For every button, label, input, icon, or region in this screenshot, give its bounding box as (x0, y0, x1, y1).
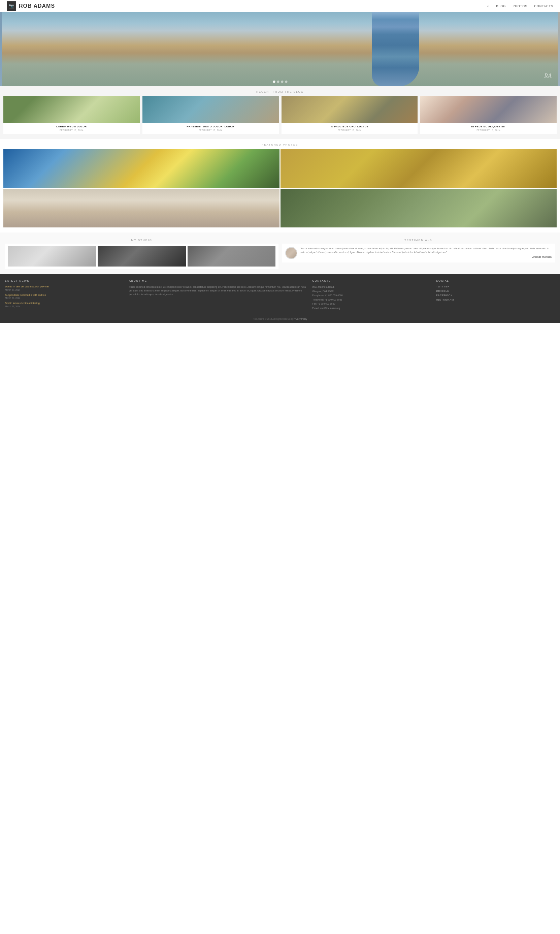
nav-blog[interactable]: BLOG (496, 5, 506, 8)
footer-news-title: LATEST NEWS (5, 279, 124, 282)
site-title: ROB ADAMS (19, 3, 55, 9)
footer-news-link-2[interactable]: Suspendisse sollicitudin velit sed leo (5, 293, 124, 297)
testimonial-quote: "Fusce euismod consequat ante. Lorem ips… (300, 247, 552, 254)
photo-cell-3[interactable] (3, 189, 280, 227)
photo-image-2 (280, 149, 557, 188)
studio-section: MY STUDIO (5, 236, 278, 269)
testimonials-box: "Fusce euismod consequat ante. Lorem ips… (282, 244, 555, 262)
footer-fax-value: +1 800 603 6580 (317, 302, 335, 305)
studio-testimonials-section: MY STUDIO TESTIMONIALS "Fusce euismod co… (0, 233, 560, 274)
footer-address: 8901 Marmora Road, (312, 285, 431, 290)
camera-icon: 📷 (9, 3, 14, 8)
footer-freephone-value: +1 800 559 6580 (325, 294, 343, 296)
photo-cell-1[interactable] (3, 149, 280, 188)
photo-image-3 (3, 189, 280, 227)
footer-news-item-2: Suspendisse sollicitudin velit sed leo M… (5, 293, 124, 299)
footer-news-link-3[interactable]: Sed in lacus ut enim adipiscing (5, 302, 124, 305)
footer-copyright: Rob Adams © 2014 All Rights Reserved (253, 318, 292, 320)
blog-section: RECENT FROM THE BLOG LOREM IPSUM DOLOR F… (0, 86, 560, 139)
blog-card-date-3: FEBRUARY 18, 2014 (284, 129, 415, 131)
footer-social-twitter[interactable]: TWITTER (436, 285, 555, 288)
footer-freephone-label: Freephone: (312, 294, 324, 296)
footer-social-instagram[interactable]: INSTAGRAM (436, 298, 555, 301)
blog-card-date-1: FEBRUARY 18, 2014 (6, 129, 137, 131)
logo[interactable]: 📷 ROB ADAMS (7, 2, 55, 11)
blog-card-4[interactable]: IN PEDE MI, ALIQUET SIT FEBRUARY 18, 201… (420, 96, 557, 134)
slider-dot-3[interactable] (281, 80, 283, 83)
blog-card-title-3: IN FAUCIBUS ORCI LUCTUS (284, 125, 415, 128)
footer-telephone: Telephone: +1 800 603 6035 (312, 298, 431, 302)
footer-bottom: Rob Adams © 2014 All Rights Reserved | P… (5, 315, 555, 320)
hero-slider: RA (0, 12, 560, 86)
testimonials-label: TESTIMONIALS (282, 236, 555, 244)
studio-thumb-3[interactable] (188, 246, 276, 267)
footer-social-facebook[interactable]: FACEBOOK (436, 294, 555, 297)
footer-privacy-link[interactable]: Privacy Policy (293, 318, 307, 320)
footer-email-value: mail@demoink.org (320, 307, 340, 309)
footer-social-title: SOCIAL (436, 279, 555, 282)
footer-about-title: ABOUT ME (129, 279, 307, 282)
footer-email: E-mail: mail@demoink.org (312, 306, 431, 311)
nav-contacts[interactable]: CONTACTS (534, 5, 553, 8)
blog-card-image-1 (3, 96, 140, 123)
home-icon: ⌂ (487, 5, 489, 8)
footer-latest-news: LATEST NEWS Donec in velit vel ipsum auc… (5, 279, 124, 311)
studio-image-2 (98, 246, 186, 267)
footer-city: Glasgow, D04 89GR (312, 290, 431, 294)
blog-card-date-2: FEBRUARY 18, 2014 (145, 129, 276, 131)
studio-image-1 (8, 246, 96, 267)
footer-about: ABOUT ME Fusce euismod consequat ante. L… (129, 279, 307, 311)
nav-photos[interactable]: PHOTOS (512, 5, 527, 8)
studio-thumb-1[interactable] (8, 246, 96, 267)
blog-section-label: RECENT FROM THE BLOG (2, 86, 558, 96)
studio-thumb-2[interactable] (98, 246, 186, 267)
testimonial-avatar-image (286, 248, 297, 259)
footer-contacts-title: CONTACTS (312, 279, 431, 282)
footer-email-label: E-mail: (312, 307, 320, 309)
blog-card-body-3: IN FAUCIBUS ORCI LUCTUS FEBRUARY 18, 201… (282, 123, 418, 134)
footer-social: SOCIAL TWITTER DRIBBLE FACEBOOK INSTAGRA… (436, 279, 555, 311)
footer-news-date-1: March 27, 2014 (5, 289, 124, 291)
footer-social-dribble[interactable]: DRIBBLE (436, 290, 555, 293)
main-nav: ⌂ BLOG PHOTOS CONTACTS (487, 5, 553, 8)
photo-image-1 (3, 149, 280, 188)
footer-grid: LATEST NEWS Donec in velit vel ipsum auc… (5, 279, 555, 311)
slider-dot-4[interactable] (285, 80, 287, 83)
slider-dot-2[interactable] (277, 80, 279, 83)
footer-news-item-1: Donec in velit vel ipsum auctor pulvinar… (5, 285, 124, 291)
footer-telephone-label: Telephone: (312, 299, 324, 301)
footer-news-item-3: Sed in lacus ut enim adipiscing March 27… (5, 302, 124, 308)
blog-card-image-2 (142, 96, 279, 123)
blog-card-1[interactable]: LOREM IPSUM DOLOR FEBRUARY 18, 2014 (3, 96, 140, 134)
blog-card-date-4: FEBRUARY 18, 2014 (423, 129, 554, 131)
site-header: 📷 ROB ADAMS ⌂ BLOG PHOTOS CONTACTS (0, 0, 560, 12)
footer-telephone-value: +1 800 603 6035 (324, 299, 342, 301)
photo-cell-2[interactable] (280, 149, 557, 188)
hero-person (372, 12, 419, 86)
photo-cell-4[interactable] (280, 189, 557, 227)
nav-home[interactable]: ⌂ (487, 5, 489, 8)
footer-freephone: Freephone: +1 800 559 6580 (312, 293, 431, 298)
blog-card-2[interactable]: PRAESENT JUSTO DOLOR, LOBOR FEBRUARY 18,… (142, 96, 279, 134)
slider-dots[interactable] (273, 80, 287, 83)
blog-card-3[interactable]: IN FAUCIBUS ORCI LUCTUS FEBRUARY 18, 201… (282, 96, 418, 134)
photos-section-label: FEATURED PHOTOS (2, 139, 558, 149)
photos-grid (2, 149, 558, 227)
photos-section: FEATURED PHOTOS (0, 139, 560, 233)
testimonials-section: TESTIMONIALS "Fusce euismod consequat an… (282, 236, 555, 269)
footer-news-date-2: March 27, 2014 (5, 297, 124, 299)
testimonial-author: Amanda Thomson (300, 256, 552, 258)
hero-watermark: RA (544, 72, 552, 80)
footer-about-text: Fusce euismod consequat ante. Lorem ipsu… (129, 285, 307, 296)
footer-fax: Fax: +1 800 603 6580 (312, 302, 431, 306)
blog-card-image-4 (420, 96, 557, 123)
blog-grid: LOREM IPSUM DOLOR FEBRUARY 18, 2014 PRAE… (2, 96, 558, 134)
blog-card-body-4: IN PEDE MI, ALIQUET SIT FEBRUARY 18, 201… (420, 123, 557, 134)
site-footer: LATEST NEWS Donec in velit vel ipsum auc… (0, 274, 560, 323)
testimonial-content: "Fusce euismod consequat ante. Lorem ips… (300, 247, 552, 259)
slider-dot-1[interactable] (273, 80, 275, 83)
footer-news-link-1[interactable]: Donec in velit vel ipsum auctor pulvinar (5, 285, 124, 289)
studio-image-3 (188, 246, 276, 267)
photo-image-4 (280, 189, 557, 227)
blog-card-title-4: IN PEDE MI, ALIQUET SIT (423, 125, 554, 128)
